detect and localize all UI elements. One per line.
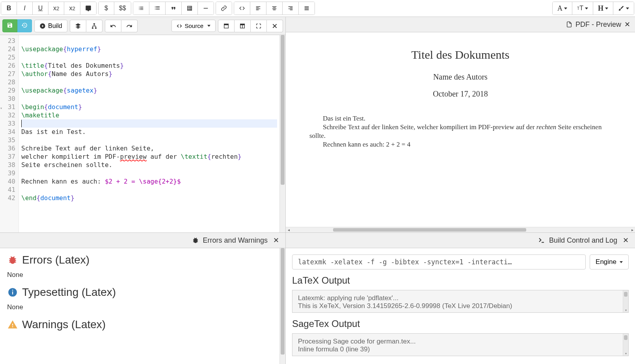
speech-bubble-icon — [85, 5, 91, 11]
brush-icon — [618, 5, 624, 11]
numbered-list-icon — [154, 5, 160, 11]
pdf-paragraph: Das ist ein Test. — [309, 114, 611, 123]
code-button[interactable] — [234, 2, 250, 15]
pdf-paragraph: Rechnen kann es auch: 2 + 2 = 4 — [309, 140, 611, 149]
horizontal-rule-icon — [203, 5, 209, 11]
errors-scrollbar[interactable] — [279, 248, 285, 364]
align-center-button[interactable] — [266, 2, 283, 15]
close-pdf-button[interactable]: ✕ — [624, 20, 630, 29]
sitemap-icon — [91, 23, 97, 29]
time-travel-button[interactable] — [17, 19, 32, 32]
code-content[interactable]: \usepackage{hyperref}\title{Titel des Do… — [19, 35, 279, 232]
close-build-button[interactable]: ✕ — [621, 236, 630, 245]
warning-icon — [7, 319, 18, 330]
pdf-page: Titel des Dokuments Name des Autors Octo… — [286, 32, 635, 165]
bold-button[interactable]: B — [1, 2, 17, 15]
unordered-list-button[interactable] — [133, 2, 149, 15]
comment-button[interactable] — [80, 2, 96, 15]
build-panel-header: Build Control and Log ✕ — [286, 233, 635, 248]
pdf-preview-header: PDF - Preview ✕ — [286, 17, 635, 32]
align-right-button[interactable] — [283, 2, 299, 15]
build-panel-title: Build Control and Log — [549, 236, 617, 245]
color-dropdown[interactable] — [613, 2, 634, 15]
bug-icon — [7, 255, 18, 265]
close-errors-button[interactable]: ✕ — [272, 236, 281, 245]
link-icon — [221, 5, 227, 11]
code-editor[interactable]: 2324252627282930313233343536373839404142… — [0, 35, 285, 232]
latex-output-scrollbar[interactable]: ▴▾ — [623, 290, 628, 312]
pdf-date: October 17, 2018 — [309, 89, 611, 98]
svg-rect-7 — [12, 292, 13, 295]
latex-output-heading: LaTeX Output — [292, 275, 629, 286]
history-icon — [21, 22, 28, 28]
expand-icon — [255, 23, 262, 29]
text-size-dropdown[interactable]: TT — [572, 2, 593, 15]
latex-output-box[interactable]: Latexmk: applying rule 'pdflatex'... Thi… — [292, 290, 629, 313]
errors-panel-body: Errors (Latex) None Typesetting (Latex) … — [0, 248, 285, 364]
save-button[interactable] — [2, 19, 17, 32]
svg-rect-4 — [240, 24, 245, 25]
display-math-button[interactable]: $$ — [114, 2, 131, 15]
split-pane-icon — [239, 23, 246, 29]
align-left-button[interactable] — [250, 2, 266, 15]
pdf-title: Titel des Dokuments — [309, 48, 611, 61]
code-icon — [177, 23, 182, 29]
editor-undo-button[interactable] — [105, 20, 121, 32]
fullscreen-button[interactable] — [251, 20, 267, 32]
errors-panel-header: Errors and Warnings ✕ — [0, 233, 285, 248]
font-dropdown[interactable]: A — [553, 2, 572, 15]
justify-button[interactable] — [299, 2, 315, 15]
errors-none: None — [7, 271, 278, 279]
line-gutter: 2324252627282930313233343536373839404142 — [0, 35, 19, 232]
sagetex-output-box[interactable]: Processing Sage code for german.tex... I… — [292, 333, 629, 356]
align-right-icon — [287, 5, 294, 11]
inline-math-button[interactable]: $ — [99, 2, 114, 15]
outline-button[interactable] — [86, 20, 102, 32]
svg-rect-2 — [224, 24, 229, 25]
sagetex-output-heading: SageTex Output — [292, 318, 629, 329]
layers-button[interactable] — [70, 20, 86, 32]
split-vertical-button[interactable] — [235, 20, 251, 32]
quote-button[interactable] — [166, 2, 182, 15]
split-none-button[interactable] — [218, 20, 235, 32]
warnings-heading: Warnings (Latex) — [7, 318, 278, 331]
typesetting-none: None — [7, 303, 278, 311]
save-icon — [7, 22, 13, 28]
pdf-view[interactable]: Titel des Dokuments Name des Autors Octo… — [286, 32, 635, 227]
sagetex-output-scrollbar[interactable]: ▴▾ — [623, 334, 628, 356]
editor-redo-button[interactable] — [121, 20, 138, 32]
build-command-input[interactable]: latexmk -xelatex -f -g -bibtex -synctex=… — [292, 254, 586, 269]
redo-icon — [126, 23, 132, 29]
typesetting-heading: Typesetting (Latex) — [7, 286, 278, 299]
errors-panel-title: Errors and Warnings — [203, 236, 268, 245]
engine-dropdown[interactable]: Engine — [590, 254, 629, 269]
code-icon — [239, 5, 245, 11]
errors-heading: Errors (Latex) — [7, 254, 278, 266]
play-icon — [39, 23, 46, 29]
table-button[interactable] — [182, 2, 198, 15]
table-icon — [186, 5, 193, 11]
svg-rect-8 — [12, 290, 13, 291]
underline-button[interactable]: U — [33, 2, 48, 15]
link-button[interactable] — [216, 2, 232, 15]
hr-button[interactable] — [198, 2, 214, 15]
format-toolbar: B I U x2 x2 $ $$ A TT H — [0, 0, 635, 17]
header-dropdown[interactable]: H — [593, 2, 613, 15]
close-icon — [272, 23, 278, 29]
ordered-list-button[interactable] — [149, 2, 166, 15]
close-editor-button[interactable] — [267, 20, 283, 32]
build-button[interactable]: Build — [34, 20, 67, 32]
italic-button[interactable]: I — [17, 2, 33, 15]
subscript-button[interactable]: x2 — [48, 2, 64, 15]
superscript-button[interactable]: x2 — [64, 2, 80, 15]
bullet-list-icon — [138, 5, 144, 11]
pdf-preview-title: PDF - Preview — [575, 20, 621, 29]
source-dropdown[interactable]: Source — [171, 20, 216, 32]
undo-icon — [110, 23, 116, 29]
pdf-file-icon — [566, 21, 572, 28]
single-pane-icon — [223, 23, 229, 29]
build-toolbar: Build Source — [0, 17, 285, 35]
pdf-author: Name des Autors — [309, 72, 611, 82]
editor-scrollbar[interactable] — [279, 35, 285, 232]
pdf-horizontal-scrollbar[interactable]: ◂ ▸ — [286, 227, 635, 232]
